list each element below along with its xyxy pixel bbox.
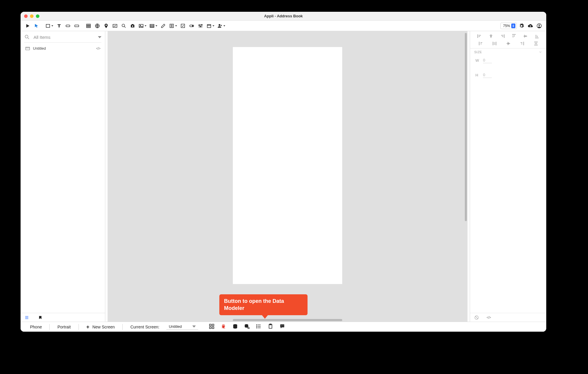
toggle-tool[interactable] xyxy=(188,22,196,30)
edit-tool[interactable] xyxy=(159,22,167,30)
svg-rect-25 xyxy=(210,324,211,326)
zoom-stepper[interactable]: 75% xyxy=(500,23,517,29)
svg-point-19 xyxy=(219,24,220,26)
query-button[interactable] xyxy=(244,323,250,330)
svg-point-6 xyxy=(122,24,125,27)
search-icon xyxy=(24,34,30,40)
form-tool[interactable] xyxy=(168,22,178,30)
code-icon[interactable]: </> xyxy=(96,46,100,51)
data-modeler-button[interactable] xyxy=(232,323,238,330)
disabled-icon[interactable] xyxy=(474,315,479,320)
inspector-footer: </> xyxy=(470,313,546,322)
width-input[interactable]: 0 xyxy=(483,57,492,63)
debug-button[interactable] xyxy=(220,323,226,330)
size-section-header[interactable]: SIZE xyxy=(470,48,546,56)
list-view-icon[interactable] xyxy=(24,315,29,320)
grid-tool[interactable] xyxy=(84,22,93,30)
cloud-upload-button[interactable] xyxy=(526,22,534,30)
globe-tool[interactable] xyxy=(93,22,101,30)
chevron-down-icon xyxy=(145,25,146,26)
align-middle-icon[interactable] xyxy=(523,34,528,40)
button-tool[interactable] xyxy=(64,22,72,30)
svg-point-16 xyxy=(200,26,201,27)
vertical-scrollbar[interactable] xyxy=(465,33,467,221)
left-panel: Untitled </> xyxy=(21,31,105,322)
outline-button[interactable] xyxy=(256,323,262,330)
date-tool[interactable] xyxy=(205,22,216,30)
filter-dropdown[interactable] xyxy=(98,36,101,38)
input-tool[interactable] xyxy=(73,22,81,30)
minimize-window-button[interactable] xyxy=(30,14,34,18)
screen-list: Untitled </> xyxy=(21,43,105,313)
chevron-down-icon xyxy=(539,50,542,54)
distribute-h-icon[interactable] xyxy=(492,41,497,47)
plus-icon: + xyxy=(86,324,90,330)
bookmark-icon[interactable] xyxy=(38,315,42,320)
svg-rect-2 xyxy=(75,25,79,27)
screen-icon xyxy=(25,46,30,51)
slider-tool[interactable] xyxy=(196,22,205,30)
distribute-center-icon[interactable] xyxy=(506,41,511,47)
list-tool[interactable] xyxy=(148,22,158,30)
search-tool[interactable] xyxy=(120,22,128,30)
list-item[interactable]: Untitled </> xyxy=(23,44,103,52)
current-screen-value: Untitled xyxy=(169,324,182,329)
svg-rect-23 xyxy=(26,47,29,50)
horizontal-scrollbar[interactable] xyxy=(233,319,342,321)
image-tool[interactable] xyxy=(137,22,148,30)
help-callout: Button to open the Data Modeler xyxy=(219,294,308,315)
rectangle-tool[interactable] xyxy=(44,22,54,30)
svg-point-15 xyxy=(199,25,200,26)
svg-point-17 xyxy=(201,24,202,25)
svg-point-9 xyxy=(140,25,141,26)
list-item-label: Untitled xyxy=(33,46,46,51)
chevron-down-icon xyxy=(51,25,53,26)
svg-rect-27 xyxy=(210,327,211,329)
distribute-left-icon[interactable] xyxy=(478,41,483,47)
location-tool[interactable] xyxy=(102,22,110,30)
camera-tool[interactable] xyxy=(128,22,137,30)
screens-grid-button[interactable] xyxy=(209,323,215,330)
content-area: Untitled </> Button to open the Data Mod… xyxy=(21,31,546,322)
size-label: SIZE xyxy=(474,50,482,54)
svg-point-7 xyxy=(132,25,133,27)
zoom-window-button[interactable] xyxy=(36,14,39,18)
svg-point-32 xyxy=(257,325,257,325)
account-button[interactable] xyxy=(535,22,543,30)
chat-button[interactable] xyxy=(279,323,285,330)
svg-point-34 xyxy=(257,328,257,328)
new-screen-button[interactable]: + New Screen xyxy=(81,324,120,330)
svg-point-33 xyxy=(257,326,257,327)
zoom-value: 75% xyxy=(503,24,510,28)
svg-point-21 xyxy=(539,24,540,26)
height-input[interactable]: 0 xyxy=(483,72,492,78)
run-button[interactable] xyxy=(24,22,32,30)
svg-rect-1 xyxy=(66,25,70,27)
search-input[interactable] xyxy=(33,34,95,40)
pointer-tool[interactable] xyxy=(32,22,41,30)
left-footer xyxy=(21,313,105,322)
clipboard-button[interactable] xyxy=(268,323,273,330)
close-window-button[interactable] xyxy=(24,14,28,18)
orientation-selector[interactable]: Portrait xyxy=(52,324,76,330)
user-tool[interactable] xyxy=(216,22,226,30)
chart-tool[interactable] xyxy=(111,22,119,30)
device-selector[interactable]: Phone xyxy=(25,324,47,330)
artboard[interactable] xyxy=(233,47,342,284)
inspector-panel: SIZE W 0 H 0 </> xyxy=(470,31,546,322)
code-icon[interactable]: </> xyxy=(487,315,491,320)
align-right-icon[interactable] xyxy=(500,34,505,40)
text-tool[interactable] xyxy=(55,22,63,30)
canvas[interactable]: Button to open the Data Modeler xyxy=(105,31,470,322)
align-bottom-icon[interactable] xyxy=(534,34,539,40)
checkbox-tool[interactable] xyxy=(179,22,187,30)
distribute-v-icon[interactable] xyxy=(533,41,539,47)
distribute-right-icon[interactable] xyxy=(519,41,525,47)
current-screen-select[interactable]: Untitled xyxy=(166,324,198,330)
align-top-icon[interactable] xyxy=(511,34,517,40)
align-center-h-icon[interactable] xyxy=(488,34,494,40)
settings-button[interactable] xyxy=(517,22,526,30)
align-left-icon[interactable] xyxy=(477,34,482,40)
titlebar: Appli - Address Book xyxy=(21,12,546,21)
callout-text: Button to open the Data Modeler xyxy=(224,298,284,311)
